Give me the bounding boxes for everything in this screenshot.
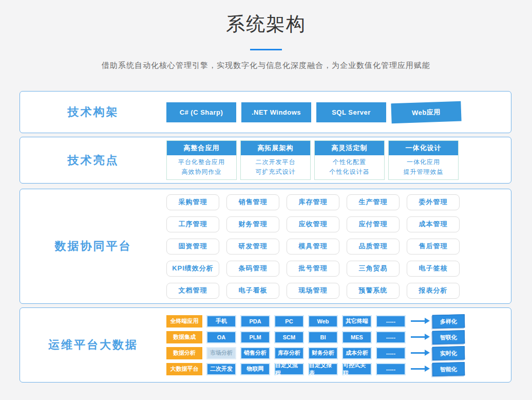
tech-framework-button: .NET Windows (241, 102, 311, 122)
highlight-card-line: 高效协同作业 (167, 167, 236, 177)
highlight-card-line: 二次开发平台 (241, 157, 310, 167)
highlight-card: 高拓展架构二次开发平台可扩充式设计 (240, 140, 311, 180)
ops-result-badge: 智联化 (432, 330, 465, 344)
ops-chip: 手机 (206, 315, 236, 328)
ops-chip: SCM (274, 331, 304, 343)
ops-chip: 财务分析 (308, 347, 338, 359)
ops-chip: 其它终端 (342, 315, 372, 328)
highlight-card-line: 个性化配置 (315, 157, 384, 167)
ops-result-badge: 多样化 (432, 314, 465, 328)
ops-row: 大数据平台二次开发物联网自定义流程自定义报表可控式关联-----智能化 (166, 362, 465, 376)
highlight-card-body: 平台化整合应用高效协同作业 (167, 155, 236, 179)
section-tech-framework: 技术构架 C# (C Sharp).NET WindowsSQL ServerW… (20, 91, 511, 133)
module-chip: 模具管理 (287, 239, 339, 254)
module-chip: 电子看板 (226, 283, 279, 299)
ops-row: 数据分析市场分析销售分析库存分析财务分析成本分析-----实时化 (166, 347, 465, 360)
module-chip: 文档管理 (166, 283, 219, 299)
ops-category-tag: 大数据平台 (166, 363, 202, 375)
ops-chip: BI (308, 331, 338, 343)
highlight-card: 高灵活定制个性化配置个性化设计器 (314, 140, 385, 180)
ops-chip: OA (206, 331, 236, 343)
ops-category-tag: 全终端应用 (166, 315, 202, 328)
module-chip: 委外管理 (407, 194, 460, 210)
section-data-platform: 数据协同平台 采购管理销售管理库存管理生产管理委外管理工序管理财务管理应收管理应… (20, 189, 511, 304)
page-subtitle: 借助系统自动化核心管理引擎，实现数字化与信息化深度融合，为企业数值化管理应用赋能 (0, 61, 532, 70)
arrow-right-icon (411, 352, 425, 354)
ops-chip: ----- (376, 315, 406, 328)
section-tech-highlights-label: 技术亮点 (20, 137, 166, 183)
arrow-right-icon (411, 336, 425, 338)
ops-chip: PLM (240, 331, 270, 343)
module-chip: 应付管理 (347, 216, 400, 232)
highlight-card-title: 高拓展架构 (241, 141, 310, 155)
module-chip: 销售管理 (226, 194, 279, 210)
ops-chip: ----- (376, 347, 406, 359)
section-ops-platform-label: 运维平台大数据 (20, 308, 166, 382)
module-chip: 批号管理 (287, 261, 339, 277)
ops-chip: 二次开发 (206, 363, 236, 375)
module-chip: 品质管理 (347, 239, 400, 254)
highlight-card-body: 二次开发平台可扩充式设计 (241, 155, 310, 179)
ops-chip: PDA (240, 315, 270, 328)
tech-framework-button: C# (C Sharp) (166, 102, 236, 122)
ops-row: 数据集成OAPLMSCMBIMES-----智联化 (166, 331, 465, 344)
highlight-cards: 高整合应用平台化整合应用高效协同作业高拓展架构二次开发平台可扩充式设计高灵活定制… (166, 140, 459, 180)
highlight-card-title: 高整合应用 (167, 141, 236, 155)
module-grid: 采购管理销售管理库存管理生产管理委外管理工序管理财务管理应收管理应付管理成本管理… (166, 194, 460, 299)
highlight-card-line: 一体化应用 (389, 157, 458, 167)
highlight-card: 一体化设计一体化应用提升管理效益 (388, 140, 459, 180)
ops-category-tag: 数据分析 (166, 347, 202, 359)
ops-chip: PC (274, 315, 304, 328)
tech-framework-buttons: C# (C Sharp).NET WindowsSQL ServerWeb应用 (166, 102, 461, 122)
ops-chip: ----- (376, 331, 406, 343)
module-chip: KPI绩效分析 (166, 261, 219, 277)
module-chip: 库存管理 (287, 194, 339, 210)
ops-chip: Web (308, 315, 338, 328)
section-tech-framework-label: 技术构架 (20, 92, 166, 133)
module-chip: 报表分析 (407, 283, 460, 299)
ops-row: 全终端应用手机PDAPCWeb其它终端-----多样化 (166, 315, 465, 328)
ops-result-badge: 实时化 (432, 346, 465, 360)
module-chip: 售后管理 (407, 239, 460, 254)
module-chip: 生产管理 (347, 194, 400, 210)
ops-chip: 市场分析 (206, 347, 236, 359)
highlight-card-body: 个性化配置个性化设计器 (315, 155, 384, 179)
module-chip: 采购管理 (166, 194, 219, 210)
module-chip: 成本管理 (407, 216, 460, 232)
module-chip: 条码管理 (226, 261, 279, 277)
module-chip: 现场管理 (287, 283, 339, 299)
page-title: 系统架构 (0, 0, 532, 37)
tech-framework-button: SQL Server (316, 102, 386, 122)
module-chip: 财务管理 (226, 216, 279, 232)
section-ops-platform: 运维平台大数据 全终端应用手机PDAPCWeb其它终端-----多样化数据集成O… (20, 307, 511, 383)
ops-chip: MES (342, 331, 372, 343)
ops-category-tag: 数据集成 (166, 331, 202, 343)
module-chip: 电子签核 (407, 261, 460, 277)
module-chip: 预警系统 (347, 283, 400, 299)
ops-chip: ----- (376, 363, 406, 375)
ops-chip: 自定义报表 (308, 363, 338, 375)
ops-chip: 库存分析 (274, 347, 304, 359)
module-chip: 应收管理 (287, 216, 339, 232)
title-underline-divider (250, 49, 282, 50)
arrow-right-icon (411, 368, 425, 370)
ops-chip-list: 市场分析销售分析库存分析财务分析成本分析----- (206, 347, 406, 359)
ops-chip-list: 二次开发物联网自定义流程自定义报表可控式关联----- (206, 363, 406, 375)
highlight-card-line: 平台化整合应用 (167, 157, 236, 167)
ops-chip: 成本分析 (342, 347, 372, 359)
ops-chip: 销售分析 (240, 347, 270, 359)
arrow-right-icon (411, 320, 425, 322)
module-chip: 工序管理 (166, 216, 219, 232)
module-chip: 研发管理 (226, 239, 279, 254)
ops-chip: 可控式关联 (342, 363, 372, 375)
highlight-card-line: 个性化设计器 (315, 167, 384, 177)
ops-chip-list: OAPLMSCMBIMES----- (206, 331, 406, 343)
tech-framework-button: Web应用 (391, 101, 461, 123)
section-tech-highlights: 技术亮点 高整合应用平台化整合应用高效协同作业高拓展架构二次开发平台可扩充式设计… (20, 137, 511, 184)
highlight-card-line: 提升管理效益 (389, 167, 458, 177)
highlight-card-title: 一体化设计 (389, 141, 458, 155)
ops-result-badge: 智能化 (432, 362, 465, 376)
section-data-platform-label: 数据协同平台 (20, 189, 166, 303)
system-architecture-page: 系统架构 借助系统自动化核心管理引擎，实现数字化与信息化深度融合，为企业数值化管… (0, 0, 532, 400)
ops-chip: 自定义流程 (274, 363, 304, 375)
